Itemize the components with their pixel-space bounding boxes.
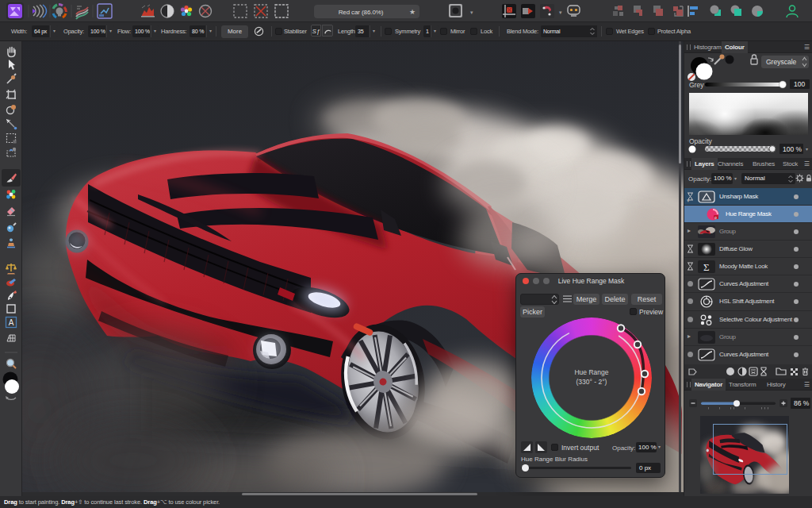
svg-text:★: ★ — [409, 8, 416, 16]
svg-text:Red car (86.0%): Red car (86.0%) — [339, 9, 384, 16]
svg-text:86 %: 86 % — [794, 399, 810, 407]
svg-text:o: o — [714, 215, 717, 220]
svg-text:100: 100 — [794, 80, 805, 88]
svg-text:▾: ▾ — [470, 10, 473, 15]
svg-text:▾: ▾ — [806, 147, 808, 152]
svg-text:A: A — [9, 318, 14, 327]
svg-text:Greyscale: Greyscale — [766, 58, 797, 66]
svg-text:(330° - 2°): (330° - 2°) — [576, 378, 607, 386]
svg-text:100 %: 100 % — [783, 145, 802, 153]
svg-text:Grey: Grey — [689, 81, 704, 89]
svg-text:▾: ▾ — [559, 10, 562, 15]
svg-text:Hue Range: Hue Range — [574, 368, 608, 376]
svg-text:Σ: Σ — [703, 261, 710, 273]
